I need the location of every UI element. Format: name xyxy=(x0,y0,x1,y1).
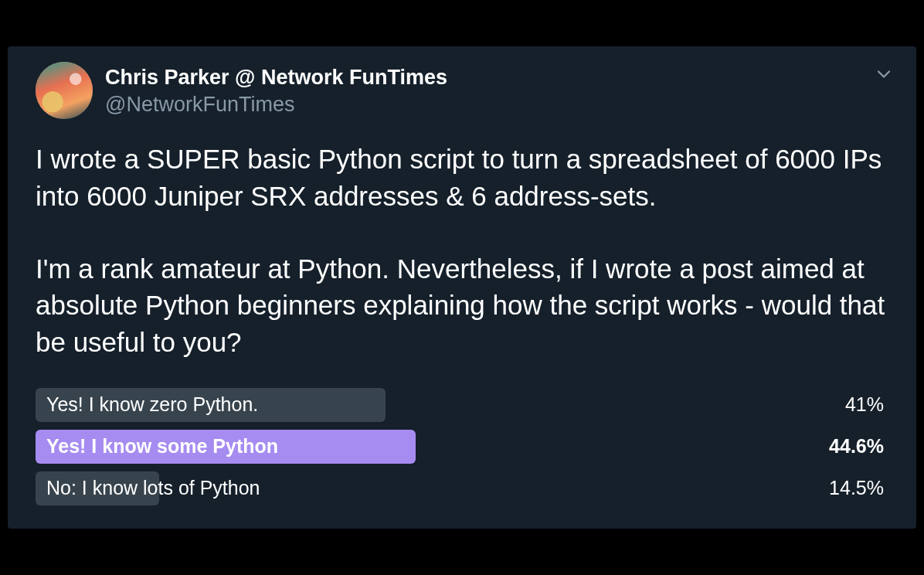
poll-option-label: Yes! I know some Python xyxy=(36,435,278,458)
poll-option[interactable]: Yes! I know zero Python. 41% xyxy=(36,388,888,422)
more-options-button[interactable] xyxy=(873,63,895,85)
chevron-down-icon xyxy=(873,63,895,85)
author-names: Chris Parker @ Network FunTimes @Network… xyxy=(105,62,447,117)
avatar-image xyxy=(36,62,93,119)
poll-option[interactable]: No: I know lots of Python 14.5% xyxy=(36,471,888,505)
author-display-name[interactable]: Chris Parker @ Network FunTimes xyxy=(105,65,447,90)
poll-option-label: No: I know lots of Python xyxy=(36,477,260,499)
tweet-card: Chris Parker @ Network FunTimes @Network… xyxy=(8,46,916,529)
tweet-text: I wrote a SUPER basic Python script to t… xyxy=(36,141,888,360)
poll-option-pct: 44.6% xyxy=(829,435,888,458)
poll-option[interactable]: Yes! I know some Python 44.6% xyxy=(36,430,888,464)
tweet-header: Chris Parker @ Network FunTimes @Network… xyxy=(36,62,888,119)
avatar[interactable] xyxy=(36,62,93,119)
poll: Yes! I know zero Python. 41% Yes! I know… xyxy=(36,388,888,505)
poll-option-pct: 14.5% xyxy=(829,477,888,499)
poll-option-pct: 41% xyxy=(845,393,888,416)
author-handle[interactable]: @NetworkFunTimes xyxy=(105,92,447,117)
poll-option-label: Yes! I know zero Python. xyxy=(36,393,258,416)
